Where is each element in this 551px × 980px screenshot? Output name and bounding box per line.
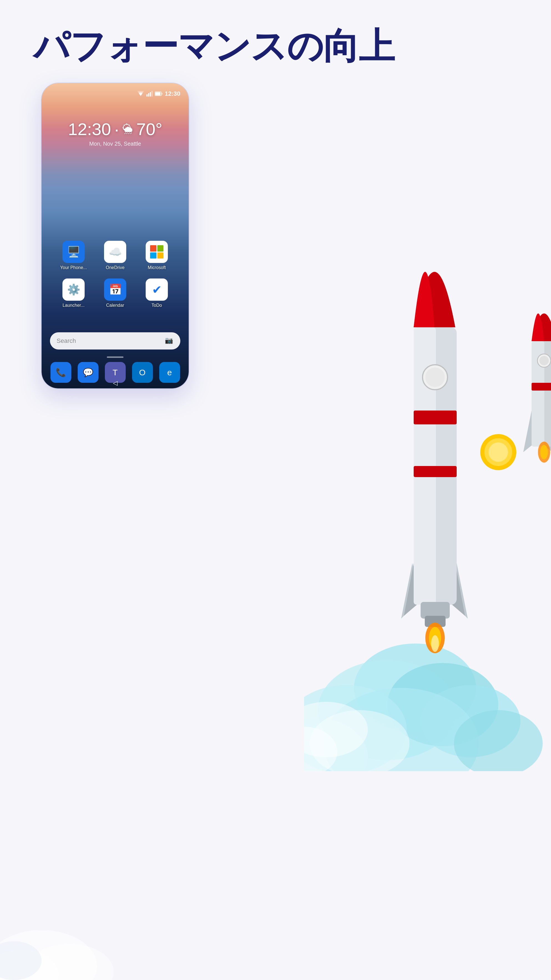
your-phone-label: Your Phone... — [60, 265, 87, 270]
rocket-illustration — [304, 161, 551, 771]
onedrive-label: OneDrive — [106, 265, 124, 270]
app-calendar[interactable]: 📅 Calendar — [100, 278, 131, 308]
svg-point-47 — [539, 356, 549, 365]
todo-label: ToDo — [151, 303, 162, 308]
search-bar[interactable]: Search 📷 — [50, 332, 180, 350]
clock-widget: 12:30 · 🌦 70° Mon, Nov 25, Seattle — [41, 119, 189, 147]
app-launcher[interactable]: ⚙️ Launcher... — [58, 278, 89, 308]
clock-separator: · — [114, 119, 119, 139]
launcher-label: Launcher... — [62, 303, 84, 308]
launcher-glyph: ⚙️ — [67, 283, 80, 296]
app-row-1: 🖥️ Your Phone... ☁️ OneDrive — [53, 241, 178, 270]
microsoft-label: Microsoft — [148, 265, 166, 270]
back-chevron-icon: ◁ — [113, 379, 118, 387]
messages-glyph: 💬 — [83, 368, 93, 377]
dock-phone[interactable]: 📞 — [51, 362, 71, 383]
svg-rect-28 — [414, 466, 457, 477]
onedrive-icon: ☁️ — [104, 241, 126, 263]
svg-rect-5 — [150, 92, 151, 97]
app-your-phone[interactable]: 🖥️ Your Phone... — [58, 241, 89, 270]
app-todo[interactable]: ✔ ToDo — [142, 278, 172, 308]
svg-point-33 — [489, 442, 508, 462]
svg-marker-2 — [137, 91, 144, 94]
svg-point-38 — [431, 635, 439, 652]
app-row-2: ⚙️ Launcher... 📅 Calendar ✔ — [53, 278, 178, 308]
app-microsoft[interactable]: Microsoft — [142, 241, 172, 270]
calendar-label: Calendar — [106, 303, 124, 308]
wifi-icon — [137, 91, 144, 97]
onedrive-glyph: ☁️ — [109, 246, 122, 258]
dock-edge[interactable]: e — [159, 362, 180, 383]
phone-glyph: 📞 — [56, 368, 66, 377]
svg-rect-43 — [532, 383, 551, 391]
svg-rect-9 — [161, 93, 162, 95]
phone-mockup: 12:30 12:30 · 🌦 70° Mon, Nov 25, Seattle — [41, 83, 189, 388]
status-icons: 12:30 — [137, 90, 180, 97]
your-phone-glyph: 🖥️ — [67, 246, 80, 258]
clock-time: 12:30 — [68, 119, 111, 139]
battery-icon — [155, 92, 162, 96]
teams-glyph: T — [113, 368, 118, 377]
app-onedrive[interactable]: ☁️ OneDrive — [100, 241, 131, 270]
outlook-glyph: O — [139, 368, 145, 377]
launcher-icon: ⚙️ — [62, 278, 84, 301]
camera-search-icon[interactable]: 📷 — [165, 336, 174, 345]
ms-grid — [150, 245, 163, 259]
your-phone-icon: 🖥️ — [62, 241, 84, 263]
back-button[interactable]: ◁ — [113, 379, 118, 387]
edge-glyph: e — [167, 368, 172, 377]
clock-date: Mon, Nov 25, Seattle — [41, 141, 189, 147]
svg-point-45 — [540, 445, 548, 459]
page-title: パフォーマンスの向上 — [33, 22, 394, 71]
calendar-glyph: 📅 — [109, 283, 122, 296]
status-bar: 12:30 — [41, 89, 189, 99]
svg-rect-3 — [147, 94, 148, 97]
svg-rect-27 — [414, 410, 457, 425]
calendar-icon: 📅 — [104, 278, 126, 301]
app-grid: 🖥️ Your Phone... ☁️ OneDrive — [41, 241, 189, 316]
todo-icon: ✔ — [146, 278, 168, 301]
clock-temp: 70° — [136, 119, 162, 139]
status-time: 12:30 — [165, 90, 180, 97]
dock-messages[interactable]: 💬 — [78, 362, 99, 383]
svg-rect-4 — [148, 93, 149, 97]
svg-rect-8 — [155, 92, 160, 95]
search-placeholder: Search — [57, 337, 165, 345]
cloud-bottom-left — [0, 869, 139, 980]
dock-outlook[interactable]: O — [132, 362, 153, 383]
svg-point-30 — [425, 368, 445, 387]
svg-rect-6 — [151, 91, 153, 97]
nav-indicator — [107, 356, 123, 358]
microsoft-icon — [146, 241, 168, 263]
signal-icon — [147, 91, 153, 97]
weather-icon-inline: 🌦 — [123, 123, 133, 135]
todo-glyph: ✔ — [152, 283, 162, 296]
